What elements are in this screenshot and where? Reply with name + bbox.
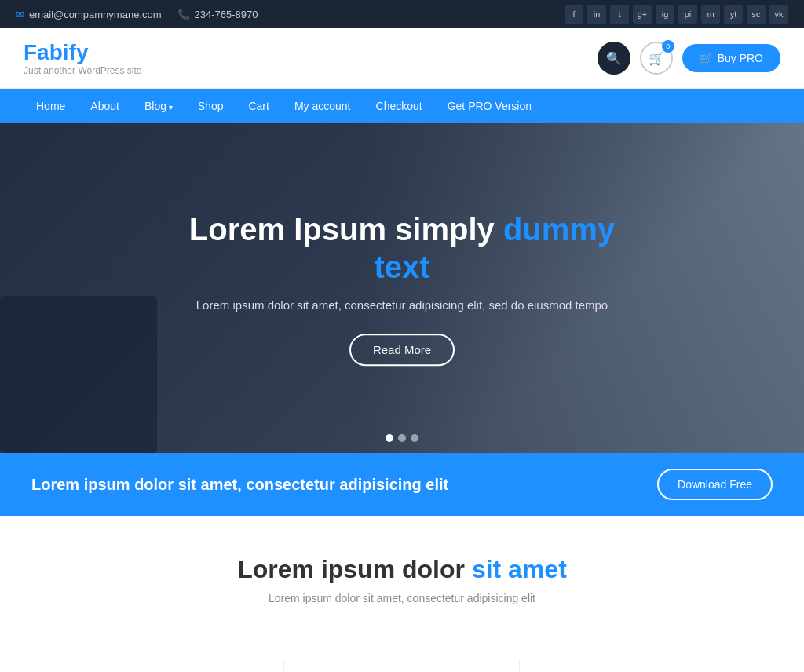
download-free-button[interactable]: Download Free [657,469,773,500]
nav-item-about[interactable]: About [78,89,132,123]
cart-small-icon: 🛒 [700,52,713,64]
nav-link-shop[interactable]: Shop [185,89,236,123]
social-facebook[interactable]: f [565,5,583,24]
nav-link-home[interactable]: Home [24,89,78,123]
nav-link-checkout[interactable]: Checkout [364,89,435,123]
logo-prefix: F [24,40,37,64]
section-subtitle: Lorem ipsum dolor sit amet, consectetur … [24,592,780,604]
nav-item-shop[interactable]: Shop [185,89,236,123]
social-twitter[interactable]: t [610,5,629,24]
social-instagram[interactable]: ig [656,5,674,24]
social-soundcloud[interactable]: sc [747,5,766,24]
phone-info: 📞 234-765-8970 [177,9,258,20]
header-actions: 🔍 🛒 0 🛒 Buy PRO [598,42,780,75]
logo-name-rest: abify [37,40,88,64]
nav-item-home[interactable]: Home [24,89,78,123]
logo[interactable]: Fabify Just another WordPress site [24,40,142,76]
nav-link-myaccount[interactable]: My account [282,89,364,123]
hero-title-white: Lorem Ipsum simply [189,212,495,247]
social-vk[interactable]: vk [769,5,788,24]
logo-title: Fabify [24,40,142,65]
nav-item-blog[interactable]: Blog [132,89,185,123]
buy-pro-button[interactable]: 🛒 Buy PRO [682,44,780,72]
features-section: Lorem ipsum dolor sit amet Lorem ipsum d… [0,516,804,659]
search-button[interactable]: 🔍 [598,42,630,75]
cta-text: Lorem ipsum dolor sit amet, consectetur … [31,476,448,494]
features-row: 📄 🔒 🌐 [0,659,804,672]
hero-dot-3[interactable] [411,434,418,442]
nav-link-cart[interactable]: Cart [236,89,281,123]
cta-banner: Lorem ipsum dolor sit amet, consectetur … [0,453,804,516]
nav-list: Home About Blog Shop Cart My account Che… [24,89,780,123]
phone-icon: 📞 [177,9,190,20]
nav-item-cart[interactable]: Cart [236,89,281,123]
social-linkedin[interactable]: in [587,5,606,24]
section-title-white: Lorem ipsum dolor [237,555,465,583]
social-googleplus[interactable]: g+ [633,5,652,24]
buy-pro-label: Buy PRO [718,52,763,64]
hero-dot-1[interactable] [386,434,393,442]
contact-info: ✉ email@compamnymane.com 📞 234-765-8970 [16,9,258,20]
nav-link-blog[interactable]: Blog [132,89,185,123]
top-bar: ✉ email@compamnymane.com 📞 234-765-8970 … [0,0,804,28]
social-icons-row: f in t g+ ig pi m yt sc vk [565,5,788,24]
nav-link-about[interactable]: About [78,89,132,123]
section-title: Lorem ipsum dolor sit amet [24,555,780,584]
main-nav: Home About Blog Shop Cart My account Che… [0,89,804,123]
feature-card-3: 🌐 [520,659,755,672]
hero-slider-dots [386,434,418,442]
mail-icon: ✉ [16,9,24,20]
hero-read-more-button[interactable]: Read More [349,334,455,366]
nav-item-checkout[interactable]: Checkout [364,89,435,123]
cart-button[interactable]: 🛒 0 [640,42,673,75]
logo-subtitle: Just another WordPress site [24,65,142,76]
section-title-accent: sit amet [472,555,567,583]
nav-item-pro[interactable]: Get PRO Version [435,89,544,123]
feature-card-1: 📄 [49,659,284,672]
email-info: ✉ email@compamnymane.com [16,9,162,20]
cart-count: 0 [662,40,674,53]
social-pinterest[interactable]: pi [678,5,697,24]
hero-description: Lorem ipsum dolor sit amet, consectetur … [166,297,638,315]
hero-title: Lorem Ipsum simply dummy text [166,210,638,286]
nav-link-pro[interactable]: Get PRO Version [435,89,544,123]
hero-section: Lorem Ipsum simply dummy text Lorem ipsu… [0,123,804,453]
hero-dot-2[interactable] [398,434,406,442]
cart-icon: 🛒 [649,51,664,66]
hero-content: Lorem Ipsum simply dummy text Lorem ipsu… [166,210,638,366]
site-header: Fabify Just another WordPress site 🔍 🛒 0… [0,28,804,89]
feature-card-2: 🔒 [284,659,520,672]
phone-text: 234-765-8970 [195,9,258,20]
search-icon: 🔍 [606,51,622,66]
email-text: email@compamnymane.com [29,9,162,20]
social-youtube[interactable]: yt [724,5,743,24]
nav-item-myaccount[interactable]: My account [282,89,364,123]
social-messenger[interactable]: m [701,5,720,24]
